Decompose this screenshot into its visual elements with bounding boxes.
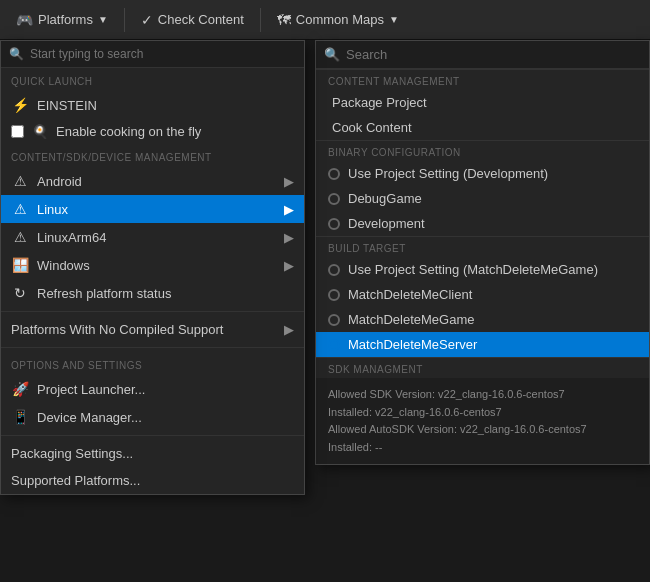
linux-arm64-item[interactable]: ⚠ LinuxArm64 ▶ [1,223,304,251]
main-area: 🔍 QUICK LAUNCH ⚡ EINSTEIN 🍳 Enable cooki… [0,40,650,582]
no-support-item[interactable]: Platforms With No Compiled Support ▶ [1,316,304,343]
options-header: OPTIONS AND SETTINGS [1,352,304,375]
use-project-match-radio[interactable] [328,264,340,276]
platforms-dropdown: 🔍 QUICK LAUNCH ⚡ EINSTEIN 🍳 Enable cooki… [0,40,305,495]
common-maps-label: Common Maps [296,12,384,27]
build-target-header: BUILD TARGET [316,236,649,257]
refresh-item[interactable]: ↻ Refresh platform status [1,279,304,307]
cook-content-item[interactable]: Cook Content [316,115,649,140]
match-delete-server-radio[interactable] [328,339,340,351]
separator-2 [260,8,261,32]
sdk-line-2: Installed: v22_clang-16.0.6-centos7 [328,404,637,422]
use-project-dev-radio[interactable] [328,168,340,180]
packaging-settings-item[interactable]: Packaging Settings... [1,440,304,467]
match-delete-client-radio[interactable] [328,289,340,301]
platforms-icon: 🎮 [16,12,33,28]
project-launcher-icon: 🚀 [11,381,29,397]
sdk-line-4: Installed: -- [328,439,637,457]
check-content-label: Check Content [158,12,244,27]
dropdown-search-icon: 🔍 [9,47,24,61]
separator-1 [124,8,125,32]
refresh-icon: ↻ [11,285,29,301]
device-manager-icon: 📱 [11,409,29,425]
sdk-header: SDK MANAGMENT [316,357,649,378]
cook-icon: 🍳 [32,124,48,139]
check-content-icon: ✓ [141,12,153,28]
content-search-bar[interactable]: 🔍 [316,41,649,69]
sdk-info: Allowed SDK Version: v22_clang-16.0.6-ce… [316,378,649,464]
quick-launch-header: QUICK LAUNCH [1,68,304,91]
einstein-icon: ⚡ [11,97,29,113]
linux-arrow-icon: ▶ [284,202,294,217]
use-project-dev-item[interactable]: Use Project Setting (Development) [316,161,649,186]
development-radio[interactable] [328,218,340,230]
content-search-icon: 🔍 [324,47,340,62]
dropdown-search-bar[interactable]: 🔍 [1,41,304,68]
content-mgmt-header: CONTENT MANAGEMENT [316,69,649,90]
windows-arrow-icon: ▶ [284,258,294,273]
sdk-line-3: Allowed AutoSDK Version: v22_clang-16.0.… [328,421,637,439]
linux-item[interactable]: ⚠ Linux ▶ [1,195,304,223]
debug-game-radio[interactable] [328,193,340,205]
platforms-button[interactable]: 🎮 Platforms ▼ [8,8,116,32]
match-delete-game-item[interactable]: MatchDeleteMeGame [316,307,649,332]
common-maps-button[interactable]: 🗺 Common Maps ▼ [269,8,407,32]
match-delete-game-radio[interactable] [328,314,340,326]
common-maps-chevron-icon: ▼ [389,14,399,25]
debug-game-item[interactable]: DebugGame [316,186,649,211]
binary-config-header: BINARY CONFIGURATION [316,140,649,161]
no-support-arrow-icon: ▶ [284,322,294,337]
linux-submenu: 🔍 CONTENT MANAGEMENT Package Project Coo… [315,40,650,465]
einstein-item[interactable]: ⚡ EINSTEIN [1,91,304,119]
divider-3 [1,435,304,436]
windows-item[interactable]: 🪟 Windows ▶ [1,251,304,279]
content-search-input[interactable] [346,47,641,62]
platforms-chevron-icon: ▼ [98,14,108,25]
windows-icon: 🪟 [11,257,29,273]
linux-icon: ⚠ [11,201,29,217]
project-launcher-item[interactable]: 🚀 Project Launcher... [1,375,304,403]
cook-on-fly-checkbox[interactable] [11,125,24,138]
sdk-line-1: Allowed SDK Version: v22_clang-16.0.6-ce… [328,386,637,404]
linux-arm64-icon: ⚠ [11,229,29,245]
development-item[interactable]: Development [316,211,649,236]
android-arrow-icon: ▶ [284,174,294,189]
use-project-match-item[interactable]: Use Project Setting (MatchDeleteMeGame) [316,257,649,282]
divider-2 [1,347,304,348]
match-delete-client-item[interactable]: MatchDeleteMeClient [316,282,649,307]
cook-on-fly-item[interactable]: 🍳 Enable cooking on the fly [1,119,304,144]
content-sdk-header: CONTENT/SDK/DEVICE MANAGEMENT [1,144,304,167]
android-icon: ⚠ [11,173,29,189]
common-maps-icon: 🗺 [277,12,291,28]
divider-1 [1,311,304,312]
supported-platforms-item[interactable]: Supported Platforms... [1,467,304,494]
match-delete-server-item[interactable]: MatchDeleteMeServer [316,332,649,357]
device-manager-item[interactable]: 📱 Device Manager... [1,403,304,431]
platforms-label: Platforms [38,12,93,27]
check-content-button[interactable]: ✓ Check Content [133,8,252,32]
linux-arm64-arrow-icon: ▶ [284,230,294,245]
dropdown-search-input[interactable] [30,47,296,61]
android-item[interactable]: ⚠ Android ▶ [1,167,304,195]
package-project-item[interactable]: Package Project [316,90,649,115]
main-toolbar: 🎮 Platforms ▼ ✓ Check Content 🗺 Common M… [0,0,650,40]
